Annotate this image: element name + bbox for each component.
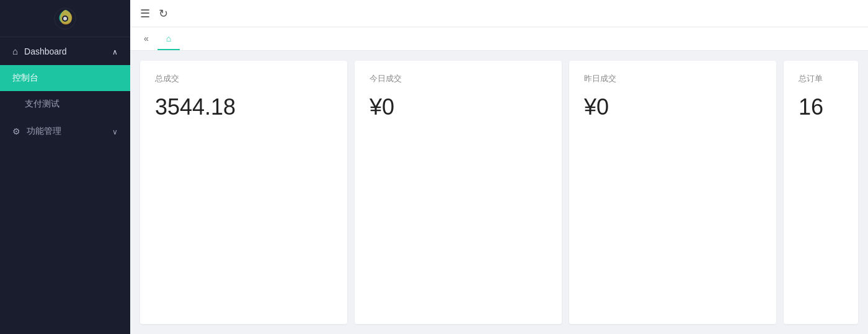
chevron-up-icon [112, 46, 118, 56]
stat-label-yesterday: 昨日成交 [584, 73, 761, 84]
stat-label-total: 总成交 [155, 73, 332, 84]
home-icon: ⌂ [166, 33, 171, 43]
sidebar-item-dashboard[interactable]: ⌂ Dashboard [0, 37, 130, 65]
svg-point-2 [63, 17, 67, 20]
sidebar-menu: ⌂ Dashboard 控制台 支付测试 ⚙ 功能管理 [0, 37, 130, 334]
breadcrumb-bar: « ⌂ [130, 27, 868, 51]
stat-value-yesterday: ¥0 [584, 94, 761, 120]
sidebar-features-label: 功能管理 [27, 126, 61, 137]
stat-label-today: 今日成交 [370, 73, 547, 84]
refresh-icon[interactable]: ↻ [159, 7, 168, 20]
stats-area: 总成交 3544.18 今日成交 ¥0 昨日成交 ¥0 总订单 16 [130, 51, 868, 334]
stat-value-total: 3544.18 [155, 94, 332, 120]
sidebar-logo [0, 0, 130, 37]
sidebar-zhifuceshi-label: 支付测试 [25, 99, 60, 110]
menu-toggle-icon[interactable]: ☰ [140, 7, 150, 20]
sidebar-item-zhifuceshi[interactable]: 支付测试 [0, 91, 130, 117]
chevron-down-icon [112, 126, 118, 136]
stat-value-today: ¥0 [370, 94, 547, 120]
sidebar-kongzhitai-label: 控制台 [12, 73, 38, 84]
toolbar: ☰ ↻ [130, 0, 868, 27]
stat-card-orders: 总订单 16 [784, 61, 858, 324]
sidebar-dashboard-label: Dashboard [24, 46, 67, 56]
dashboard-home-icon: ⌂ [12, 46, 18, 56]
breadcrumb-home-button[interactable]: ⌂ [157, 28, 180, 50]
logo-icon [54, 7, 76, 30]
settings-icon: ⚙ [12, 126, 20, 136]
sidebar: ⌂ Dashboard 控制台 支付测试 ⚙ 功能管理 [0, 0, 130, 334]
stat-card-today: 今日成交 ¥0 [355, 61, 562, 324]
main-content: ☰ ↻ « ⌂ 总成交 3544.18 今日成交 ¥0 昨日成交 ¥0 总订单 … [130, 0, 868, 334]
stat-card-total: 总成交 3544.18 [140, 61, 347, 324]
sidebar-item-kongzhitai[interactable]: 控制台 [0, 65, 130, 91]
breadcrumb-back-button[interactable]: « [135, 28, 157, 50]
stat-label-orders: 总订单 [799, 73, 843, 84]
sidebar-item-features[interactable]: ⚙ 功能管理 [0, 117, 130, 146]
stat-card-yesterday: 昨日成交 ¥0 [569, 61, 776, 324]
back-icon: « [144, 33, 149, 43]
stat-value-orders: 16 [799, 94, 843, 120]
